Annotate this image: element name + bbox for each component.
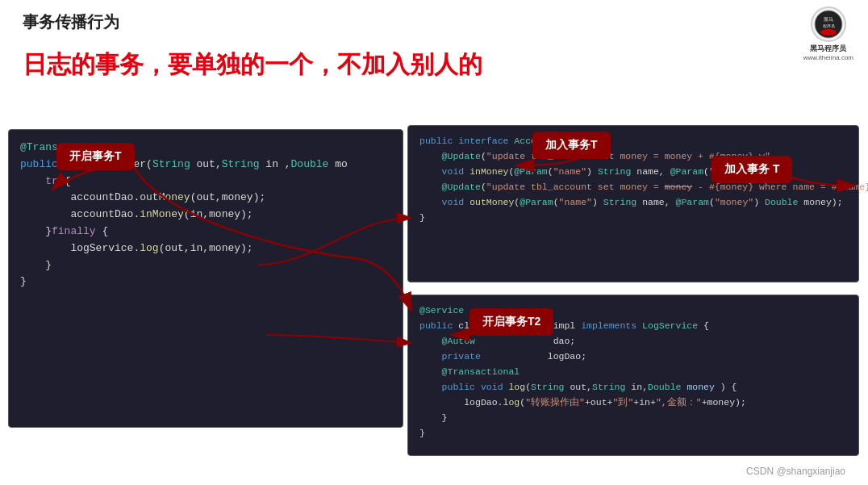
badge-join-t1: 加入事务T [532,132,611,159]
page-title: 事务传播行为 [23,11,119,33]
code-block-right-top: public interface AccountDao { @Update("u… [407,125,859,282]
badge-open-t2: 开启事务T2 [469,308,553,336]
svg-text:程序员: 程序员 [822,23,834,28]
logo-area: 黑马 程序员 黑马程序员 www.itheima.com [803,6,853,61]
logo-url: www.itheima.com [803,54,853,61]
logo-brand: 黑马程序员 [810,44,846,54]
svg-point-3 [820,29,837,36]
badge-join-t2: 加入事务 T [712,156,792,183]
svg-text:黑马: 黑马 [824,17,833,22]
code-block-left: @Transactional public void transfer(Stri… [8,129,403,428]
badge-open-t: 开启事务T [56,143,135,170]
subtitle: 日志的事务，要单独的一个，不加入别人的 [23,48,482,82]
logo-circle: 黑马 程序员 [811,6,846,42]
footer: CSDN @shangxianjiao [746,466,845,477]
